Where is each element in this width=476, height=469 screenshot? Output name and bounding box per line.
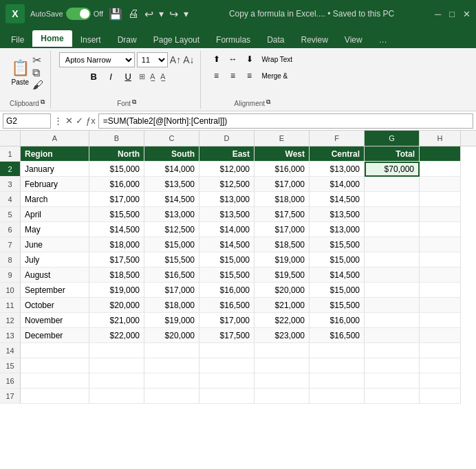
cell-g2[interactable]: $70,000 (365, 162, 420, 177)
cell-d6[interactable]: $14,000 (199, 222, 255, 237)
cell-b8[interactable]: $17,500 (89, 252, 144, 268)
cell-c5[interactable]: $13,000 (144, 207, 199, 222)
cell-f11[interactable]: $15,500 (310, 298, 365, 313)
empty-e17[interactable] (255, 389, 310, 404)
cell-c9[interactable]: $16,500 (144, 268, 199, 283)
wrap-text-button[interactable]: Wrap Text (259, 52, 296, 67)
cell-d4[interactable]: $13,000 (199, 192, 255, 207)
tab-home[interactable]: Home (32, 30, 72, 48)
print-icon[interactable]: 🖨 (128, 8, 139, 20)
cell-c10[interactable]: $17,000 (144, 283, 199, 298)
empty-d15[interactable] (199, 358, 255, 373)
cell-g3[interactable] (365, 177, 420, 192)
cell-e8[interactable]: $19,000 (255, 252, 310, 268)
col-header-f[interactable]: F (310, 131, 365, 146)
cell-c8[interactable]: $15,500 (144, 252, 199, 268)
cell-c7[interactable]: $15,000 (144, 237, 199, 252)
empty-b17[interactable] (89, 389, 144, 404)
align-left-button[interactable]: ≡ (209, 69, 224, 83)
empty-a15[interactable] (21, 358, 89, 373)
cell-f9[interactable]: $14,500 (310, 268, 365, 283)
empty-g17[interactable] (365, 389, 420, 404)
cell-c4[interactable]: $14,500 (144, 192, 199, 207)
paste-button[interactable]: 📋 Paste (11, 59, 30, 86)
redo-icon[interactable]: ↪ (169, 8, 178, 21)
cell-g13[interactable] (365, 328, 420, 343)
cell-a3[interactable]: February (21, 177, 89, 192)
grow-font-button[interactable]: A↑ (170, 54, 181, 65)
shrink-font-button[interactable]: A↓ (183, 54, 194, 65)
cell-b3[interactable]: $16,000 (89, 177, 144, 192)
empty-g15[interactable] (365, 358, 420, 373)
align-bottom-button[interactable]: ⬇ (242, 52, 257, 66)
cell-g12[interactable] (365, 313, 420, 328)
cell-f4[interactable]: $14,500 (310, 192, 365, 207)
cell-a13[interactable]: December (21, 328, 89, 343)
cell-f7[interactable]: $15,500 (310, 237, 365, 252)
save-icon[interactable]: 💾 (109, 8, 122, 21)
header-east[interactable]: East (199, 146, 255, 162)
empty-f17[interactable] (310, 389, 365, 404)
cell-d13[interactable]: $17,500 (199, 328, 255, 343)
cell-b10[interactable]: $19,000 (89, 283, 144, 298)
header-south[interactable]: South (144, 146, 199, 162)
cell-c13[interactable]: $20,000 (144, 328, 199, 343)
cell-a4[interactable]: March (21, 192, 89, 207)
col-header-h[interactable]: H (420, 131, 461, 146)
merge-center-button[interactable]: Merge & (259, 69, 292, 84)
cell-d5[interactable]: $13,500 (199, 207, 255, 222)
header-north[interactable]: North (89, 146, 144, 162)
col-header-d[interactable]: D (199, 131, 255, 146)
empty-f15[interactable] (310, 358, 365, 373)
cell-f2[interactable]: $13,000 (310, 162, 365, 177)
empty-g16[interactable] (365, 373, 420, 389)
copy-button[interactable]: ⧉ (32, 67, 43, 78)
alignment-expand[interactable]: ⧉ (266, 98, 270, 106)
cell-e3[interactable]: $17,000 (255, 177, 310, 192)
empty-a17[interactable] (21, 389, 89, 404)
cell-f8[interactable]: $15,000 (310, 252, 365, 268)
tab-view[interactable]: View (336, 32, 371, 48)
cell-a11[interactable]: October (21, 298, 89, 313)
header-region[interactable]: Region (21, 146, 89, 162)
cell-c3[interactable]: $13,500 (144, 177, 199, 192)
font-color-button[interactable]: A̲ (160, 72, 166, 81)
cell-f13[interactable]: $16,500 (310, 328, 365, 343)
cell-g5[interactable] (365, 207, 420, 222)
header-central[interactable]: Central (310, 146, 365, 162)
empty-d16[interactable] (199, 373, 255, 389)
cell-e5[interactable]: $17,500 (255, 207, 310, 222)
cell-g8[interactable] (365, 252, 420, 268)
cancel-formula-icon[interactable]: ✕ (65, 116, 73, 126)
cell-f6[interactable]: $13,000 (310, 222, 365, 237)
maximize-button[interactable]: □ (449, 9, 455, 19)
cell-d7[interactable]: $14,500 (199, 237, 255, 252)
font-size-select[interactable]: 11 (137, 52, 168, 67)
cell-reference-box[interactable]: G2 (3, 113, 51, 129)
cell-b7[interactable]: $18,000 (89, 237, 144, 252)
cell-e9[interactable]: $19,500 (255, 268, 310, 283)
cell-d8[interactable]: $15,000 (199, 252, 255, 268)
border-button[interactable]: ⊞ (139, 72, 145, 81)
cell-e10[interactable]: $20,000 (255, 283, 310, 298)
empty-e16[interactable] (255, 373, 310, 389)
cell-g6[interactable] (365, 222, 420, 237)
cell-d11[interactable]: $16,500 (199, 298, 255, 313)
cell-d10[interactable]: $16,000 (199, 283, 255, 298)
cell-g7[interactable] (365, 237, 420, 252)
cut-button[interactable]: ✂ (32, 55, 43, 66)
cell-g9[interactable] (365, 268, 420, 283)
cell-a8[interactable]: July (21, 252, 89, 268)
cell-f3[interactable]: $14,000 (310, 177, 365, 192)
cell-e2[interactable]: $16,000 (255, 162, 310, 177)
cell-e6[interactable]: $17,000 (255, 222, 310, 237)
cell-g10[interactable] (365, 283, 420, 298)
empty-e14[interactable] (255, 343, 310, 358)
empty-b14[interactable] (89, 343, 144, 358)
cell-e12[interactable]: $22,000 (255, 313, 310, 328)
cell-a10[interactable]: September (21, 283, 89, 298)
tab-review[interactable]: Review (292, 32, 336, 48)
cell-e7[interactable]: $18,500 (255, 237, 310, 252)
align-top-button[interactable]: ⬆ (209, 52, 224, 66)
tab-more[interactable]: … (371, 32, 396, 48)
